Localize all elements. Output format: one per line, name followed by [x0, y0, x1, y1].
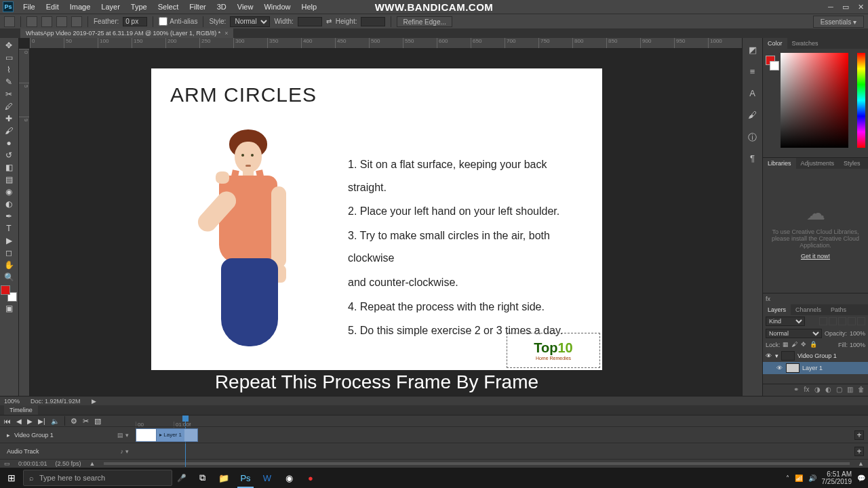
history-panel-icon[interactable]: ◩ — [746, 45, 760, 57]
feather-input[interactable] — [123, 17, 147, 26]
video-track-row[interactable]: ▸ Video Group 1 ▤▾ ▸ Layer 1 — [0, 426, 868, 443]
workspace-switcher[interactable]: Essentials ▾ — [813, 16, 864, 28]
refine-edge-button[interactable]: Refine Edge... — [397, 16, 452, 27]
foreground-background-color[interactable] — [0, 285, 18, 302]
menu-image[interactable]: Image — [64, 3, 96, 11]
history-brush-tool-icon[interactable]: ↺ — [0, 149, 18, 161]
document-tab-close-icon[interactable]: × — [224, 28, 228, 38]
menu-select[interactable]: Select — [153, 3, 184, 11]
layer-mask-icon[interactable]: ◑ — [813, 386, 822, 394]
styles-panel-tab[interactable]: Styles — [839, 158, 865, 169]
stamp-tool-icon[interactable]: ● — [0, 137, 18, 149]
timeline-zoom-out-icon[interactable]: ▲ — [90, 460, 96, 467]
timeline-mode-icon[interactable]: ▭ — [4, 460, 10, 467]
add-style-icon[interactable]: fx — [766, 296, 770, 302]
play-icon[interactable]: ▶ — [27, 418, 33, 425]
quickmask-icon[interactable]: ▣ — [0, 302, 18, 314]
tray-network-icon[interactable]: 📶 — [795, 474, 803, 482]
audio-track-row[interactable]: Audio Track ♪▾ — [0, 443, 868, 459]
go-to-first-frame-icon[interactable]: ⏮ — [4, 418, 11, 425]
color-panel-fgbg[interactable] — [766, 56, 779, 70]
cortana-mic-icon[interactable]: 🎤 — [172, 474, 191, 483]
color-panel-tab[interactable]: Color — [763, 38, 787, 49]
file-explorer-icon[interactable]: 📁 — [213, 468, 235, 488]
chrome-taskbar-icon[interactable]: ◉ — [278, 468, 300, 488]
style-select[interactable]: Normal — [230, 16, 270, 27]
type-tool-icon[interactable]: T — [0, 222, 18, 235]
fill-value[interactable]: 100% — [850, 342, 865, 348]
lasso-tool-icon[interactable]: ⌇ — [0, 64, 18, 76]
layer-filter-kind[interactable]: Kind — [766, 317, 805, 326]
video-clip[interactable]: ▸ Layer 1 — [136, 428, 198, 442]
status-expand-icon[interactable]: ▶ — [92, 398, 96, 405]
track-film-icon[interactable]: ▤ — [117, 432, 123, 439]
timeline-settings-icon[interactable]: ⚙ — [71, 417, 77, 426]
info-panel-icon[interactable]: ⓘ — [746, 131, 760, 144]
libraries-panel-tab[interactable]: Libraries — [763, 158, 796, 169]
menu-edit[interactable]: Edit — [41, 3, 64, 11]
layers-panel-tab[interactable]: Layers — [763, 304, 791, 315]
word-taskbar-icon[interactable]: W — [256, 468, 278, 488]
track-expand-icon[interactable]: ▸ — [7, 432, 10, 439]
bandicam-taskbar-icon[interactable]: ● — [300, 468, 321, 488]
tray-volume-icon[interactable]: 🔊 — [808, 474, 816, 482]
pen-tool-icon[interactable]: ✒ — [0, 210, 18, 222]
timeline-zoom-in-icon[interactable]: ▲ — [858, 460, 864, 467]
transition-icon[interactable]: ▧ — [94, 417, 101, 426]
path-select-tool-icon[interactable]: ▶ — [0, 235, 18, 247]
task-view-icon[interactable]: ⧉ — [191, 468, 213, 488]
eyedropper-tool-icon[interactable]: 🖊 — [0, 100, 18, 113]
timeline-position[interactable]: 0:00:01:01 — [18, 460, 47, 467]
prev-frame-icon[interactable]: ◀ — [16, 418, 22, 425]
brush-tool-icon[interactable]: 🖌 — [0, 125, 18, 137]
visibility-toggle-icon[interactable]: 👁 — [764, 352, 772, 359]
document-tab[interactable]: WhatsApp Video 2019-07-25 at 6.31.19 AM … — [20, 28, 233, 38]
window-close-button[interactable]: ✕ — [853, 0, 868, 14]
group-expand-icon[interactable]: ▾ — [775, 352, 778, 359]
track-audio-icon[interactable]: ♪ — [121, 448, 124, 455]
layer-group-row[interactable]: 👁 ▾ Video Group 1 — [763, 350, 868, 362]
menu-layer[interactable]: Layer — [96, 3, 125, 11]
paths-panel-tab[interactable]: Paths — [826, 304, 851, 315]
brush-panel-icon[interactable]: 🖌 — [746, 110, 760, 122]
selection-intersect-icon[interactable] — [71, 16, 82, 27]
lock-pixels-icon[interactable]: 🖌 — [791, 341, 799, 348]
start-button[interactable]: ⊞ — [0, 472, 23, 483]
taskbar-clock[interactable]: 6:51 AM 7/25/2019 — [822, 470, 852, 485]
foreground-color-swatch[interactable] — [1, 285, 10, 295]
filter-shape-icon[interactable] — [848, 317, 856, 325]
filter-type-icon[interactable] — [838, 317, 846, 325]
swatches-panel-tab[interactable]: Swatches — [787, 38, 823, 49]
crop-tool-icon[interactable]: ✂ — [0, 88, 18, 100]
properties-panel-icon[interactable]: ≡ — [746, 66, 760, 79]
menu-file[interactable]: File — [18, 3, 41, 11]
menu-view[interactable]: View — [232, 3, 259, 11]
action-center-icon[interactable]: 💬 — [857, 474, 865, 482]
selection-new-icon[interactable] — [26, 16, 37, 27]
dodge-tool-icon[interactable]: ◐ — [0, 198, 18, 210]
menu-3d[interactable]: 3D — [212, 3, 232, 11]
timeline-zoom-slider[interactable] — [104, 462, 850, 465]
zoom-tool-icon[interactable]: 🔍 — [0, 271, 18, 283]
taskbar-search[interactable]: ⌕ Type here to search — [23, 470, 172, 486]
tray-overflow-icon[interactable]: ˄ — [786, 474, 789, 482]
visibility-toggle-icon[interactable]: 👁 — [775, 365, 783, 371]
adjustments-panel-tab[interactable]: Adjustments — [796, 158, 840, 169]
menu-help[interactable]: Help — [296, 3, 323, 11]
selection-subtract-icon[interactable] — [56, 16, 67, 27]
swap-wh-icon[interactable]: ⇄ — [326, 18, 332, 25]
filter-pixel-icon[interactable] — [819, 317, 827, 325]
blend-mode-select[interactable]: Normal — [766, 329, 822, 338]
marquee-tool-preset-icon[interactable] — [4, 16, 15, 27]
marquee-selection[interactable]: Top10 Home Remedies — [507, 333, 600, 368]
canvas-area[interactable]: 0501001502002503003504004505005506006507… — [19, 38, 742, 396]
paragraph-panel-icon[interactable]: ¶ — [746, 153, 760, 165]
antialias-checkbox[interactable]: Anti-alias — [159, 17, 197, 26]
gradient-tool-icon[interactable]: ▤ — [0, 174, 18, 186]
opacity-value[interactable]: 100% — [850, 330, 865, 337]
menu-type[interactable]: Type — [125, 3, 153, 11]
marquee-tool-icon[interactable]: ▭ — [0, 52, 18, 64]
link-layers-icon[interactable]: ⚭ — [791, 386, 800, 394]
quick-select-tool-icon[interactable]: ✎ — [0, 76, 18, 88]
healing-tool-icon[interactable]: ✚ — [0, 113, 18, 125]
